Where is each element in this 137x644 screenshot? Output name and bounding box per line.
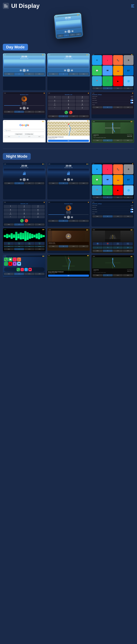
dial-3[interactable]: 3DEF — [76, 96, 89, 99]
prev-btn[interactable]: ◀◀ — [64, 30, 67, 33]
app-yt[interactable]: ▶ — [113, 76, 123, 86]
app-bt[interactable]: BT — [124, 66, 134, 76]
night-app-waze[interactable]: 🗺 — [102, 175, 112, 185]
night-dial-0[interactable]: 0 — [18, 216, 31, 218]
night-app-bt[interactable]: BT — [124, 175, 134, 185]
menu-icon[interactable] — [3, 3, 9, 9]
app-music[interactable]: ♪ — [102, 55, 112, 65]
iphone-podcast[interactable]: 🎙 — [13, 262, 17, 266]
night-app-yt[interactable]: ▶ — [113, 185, 123, 195]
night-app-spotify[interactable]: 🎵 — [102, 185, 112, 195]
eq-preset-1[interactable]: Rock — [4, 246, 14, 247]
day-play[interactable]: ⏸ — [23, 106, 26, 110]
eq-btn-2[interactable]: EQ Mid — [14, 242, 24, 245]
night-prev[interactable]: ◀◀ — [127, 270, 129, 272]
night-next-1[interactable]: ▶▶ — [26, 178, 29, 181]
night-next-2[interactable]: ▶▶ — [71, 178, 73, 181]
night-play-1[interactable]: ⏸ — [23, 178, 26, 181]
iphone-phone[interactable]: 📞 — [4, 258, 8, 262]
next-2[interactable]: ▶▶ — [71, 69, 73, 72]
call-btn[interactable]: 📞 — [64, 111, 68, 114]
night-dial-7[interactable]: 7PQRS — [4, 212, 17, 216]
night-app-telegram[interactable]: ✈ — [92, 164, 102, 174]
next-1[interactable]: ▶▶ — [26, 69, 29, 72]
next-btn[interactable]: ▶▶ — [71, 30, 74, 32]
night-dial-4[interactable]: 4GHI — [4, 208, 17, 212]
prev-2[interactable]: ◀◀ — [64, 69, 66, 72]
dial-0[interactable]: 0+ — [62, 107, 75, 110]
night-app-music[interactable]: ♪ — [102, 164, 112, 174]
road-nav-1[interactable]: ↑ — [93, 246, 102, 249]
prev-1[interactable]: ◀◀ — [20, 69, 22, 72]
app-waze[interactable]: 🗺 — [102, 66, 112, 76]
google-search-btn[interactable]: Google Search — [14, 133, 23, 135]
night-dial-3[interactable]: 3DEF — [31, 205, 45, 208]
day-prev[interactable]: ◀◀ — [20, 107, 22, 109]
app-telegram[interactable]: ✈ — [92, 55, 102, 65]
eq-preset-2[interactable]: Pop — [14, 246, 24, 247]
iphone-messages[interactable]: 💬 — [8, 258, 12, 262]
night-play[interactable]: ▶ — [129, 270, 130, 272]
eq-preset-4[interactable]: Classic — [34, 246, 44, 247]
road-nav-2[interactable]: ↰ — [103, 246, 112, 249]
eq-btn-4[interactable]: EQ Vol — [34, 242, 44, 245]
night-app-wechat[interactable]: 💬 — [92, 175, 102, 185]
iphone-music[interactable]: ♪ — [13, 258, 17, 262]
night-auto-connect-toggle[interactable] — [130, 211, 133, 212]
dial-5[interactable]: 5JKL — [62, 100, 75, 103]
day-next[interactable]: ▶▶ — [26, 107, 29, 109]
road-nav-4[interactable]: ⟳ — [123, 246, 133, 249]
night-play-2[interactable]: ⏸ — [67, 178, 70, 181]
dial-4[interactable]: 4GHI — [48, 100, 62, 103]
dial-2[interactable]: 2ABC — [62, 96, 75, 99]
app-spotify[interactable]: 🎵 — [102, 76, 112, 86]
auto-connect-toggle[interactable] — [130, 102, 133, 103]
night-dial-2[interactable]: 2ABC — [18, 205, 31, 208]
hangup-btn[interactable]: 📞 — [69, 111, 72, 114]
night-app-phone[interactable]: 📞 — [113, 164, 123, 174]
dial-7[interactable]: 7PQRS — [48, 103, 62, 106]
app-phone2[interactable]: 📞 — [113, 55, 123, 65]
nav-prev[interactable]: ◀◀ — [127, 136, 129, 137]
google-search-box[interactable]: 🔍 Search... — [4, 129, 45, 132]
app-wechat[interactable]: 💬 — [92, 66, 102, 76]
nav-play[interactable]: ▶ — [129, 136, 130, 137]
iphone-spotify[interactable]: 🎵 — [4, 262, 8, 266]
night-hangup-btn[interactable]: 📞 — [25, 219, 28, 222]
night-dial-star[interactable]: * — [4, 216, 17, 218]
road-btn-speed[interactable]: 60 km/h — [93, 242, 102, 246]
night-dial-5[interactable]: 5JKL — [18, 208, 31, 212]
night-app-carplay[interactable]: 🚗 — [113, 175, 123, 185]
road-nav-3[interactable]: ↱ — [113, 246, 123, 249]
eq-preset-3[interactable]: Jazz — [24, 246, 34, 247]
google-lucky-btn[interactable]: I'm Feeling Lucky — [24, 133, 34, 135]
night-music-prev[interactable]: ◀◀ — [64, 216, 66, 218]
dial-star[interactable]: * — [48, 107, 62, 110]
road-btn-dist[interactable]: DIST 5.2mi — [123, 242, 133, 246]
night-prev-1[interactable]: ◀◀ — [20, 178, 22, 181]
dial-1[interactable]: 1 — [48, 96, 62, 99]
night-music-next[interactable]: ▶▶ — [71, 216, 73, 218]
eq-btn-1[interactable]: EQ Bass — [4, 242, 14, 245]
night-prev-2[interactable]: ◀◀ — [64, 178, 66, 181]
iphone-waze[interactable]: 🗺 — [17, 262, 21, 266]
nav-bt[interactable]: BT — [63, 34, 69, 37]
night-app-other[interactable]: 🌐 — [124, 185, 134, 195]
dial-hash[interactable]: # — [76, 107, 89, 110]
nav-menu-icon[interactable] — [131, 4, 134, 7]
nav-auto[interactable]: AUTO — [69, 34, 75, 36]
night-app-maps[interactable]: 📍 — [92, 185, 102, 195]
dock-social[interactable]: 🐦 — [24, 268, 28, 271]
night-app-settings[interactable]: ⚙ — [124, 164, 134, 174]
play-btn[interactable]: ⏸ — [68, 30, 71, 33]
app-other[interactable]: 🌐 — [124, 76, 134, 86]
road-btn-limit[interactable]: 80 limit — [103, 242, 112, 246]
dock-music[interactable]: ♪ — [20, 268, 24, 271]
night-dial-6[interactable]: 6MNO — [31, 208, 45, 212]
app-settings[interactable]: ⚙ — [124, 55, 134, 65]
dock-other[interactable]: ❤ — [28, 268, 32, 271]
night-dial-8[interactable]: 8TUV — [18, 212, 31, 216]
auto-answer-toggle[interactable] — [130, 100, 133, 101]
night-call-btn[interactable]: 📞 — [20, 219, 24, 222]
iphone-yt[interactable]: ▶ — [8, 262, 12, 266]
